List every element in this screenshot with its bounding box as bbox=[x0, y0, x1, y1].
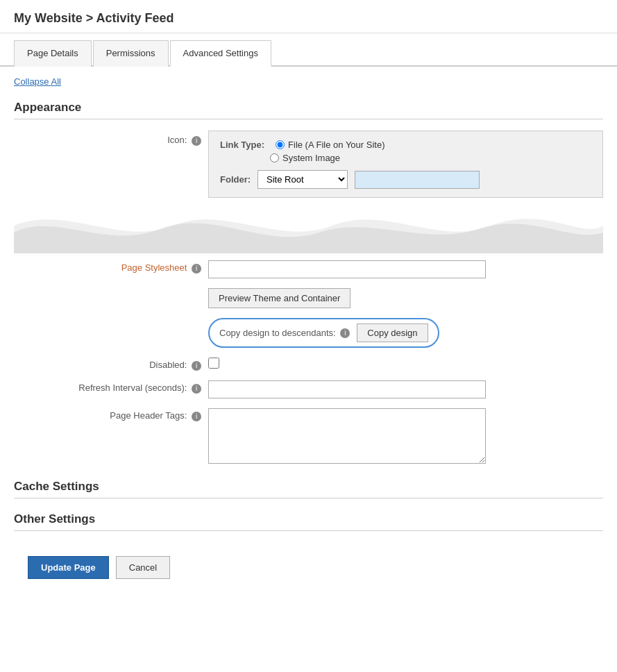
preview-theme-button[interactable]: Preview Theme and Container bbox=[208, 288, 350, 308]
collapse-all-link[interactable]: Collapse All bbox=[14, 76, 61, 87]
tab-page-details[interactable]: Page Details bbox=[14, 40, 92, 67]
header-tags-textarea[interactable] bbox=[208, 408, 486, 464]
tab-permissions[interactable]: Permissions bbox=[93, 40, 169, 67]
link-type-row: Link Type: File (A File on Your Site) bbox=[220, 140, 591, 150]
folder-input-blue[interactable] bbox=[355, 171, 480, 189]
content-area: Collapse All Appearance Icon: i Link Typ… bbox=[0, 67, 617, 603]
other-heading: Other Settings bbox=[14, 512, 603, 531]
update-page-button[interactable]: Update Page bbox=[28, 556, 109, 579]
header-tags-row: Page Header Tags: i bbox=[14, 408, 603, 466]
refresh-interval-input[interactable] bbox=[208, 380, 486, 398]
disabled-info-icon[interactable]: i bbox=[192, 361, 201, 371]
folder-label: Folder: bbox=[220, 174, 251, 185]
radio-system-input[interactable] bbox=[270, 153, 279, 162]
refresh-info-icon[interactable]: i bbox=[192, 384, 201, 394]
copy-design-spacer bbox=[56, 318, 208, 320]
link-type-system-row: System Image bbox=[220, 153, 591, 163]
page-title: My Website > Activity Feed bbox=[14, 11, 174, 25]
tabs-bar: Page Details Permissions Advanced Settin… bbox=[0, 33, 617, 67]
icon-link-area: Icon: i Link Type: File (A File on Your … bbox=[14, 131, 603, 198]
page-stylesheet-row: Page Stylesheet i bbox=[14, 260, 603, 278]
refresh-interval-value bbox=[208, 380, 603, 398]
preview-theme-value: Preview Theme and Container bbox=[208, 288, 603, 308]
disabled-checkbox[interactable] bbox=[208, 358, 219, 369]
link-type-label: Link Type: bbox=[220, 140, 264, 150]
header-tags-label: Page Header Tags: i bbox=[56, 408, 208, 421]
copy-design-value: Copy design to descendants: i Copy desig… bbox=[208, 318, 603, 348]
disabled-label: Disabled: i bbox=[56, 358, 208, 371]
copy-design-button[interactable]: Copy design bbox=[357, 324, 428, 342]
copy-design-info-icon[interactable]: i bbox=[340, 328, 350, 338]
copy-design-row: Copy design to descendants: i Copy desig… bbox=[14, 318, 603, 348]
folder-row: Folder: Site Root bbox=[220, 170, 591, 189]
disabled-value bbox=[208, 358, 603, 371]
stylesheet-info-icon[interactable]: i bbox=[192, 264, 201, 274]
copy-design-label: Copy design to descendants: i bbox=[219, 328, 350, 339]
link-type-box: Link Type: File (A File on Your Site) Sy… bbox=[208, 131, 603, 198]
page-header: My Website > Activity Feed bbox=[0, 0, 617, 33]
wave-decoration bbox=[14, 198, 603, 253]
page-stylesheet-label: Page Stylesheet i bbox=[56, 260, 208, 274]
appearance-heading: Appearance bbox=[14, 101, 603, 119]
icon-info-icon[interactable]: i bbox=[192, 136, 201, 146]
cancel-button[interactable]: Cancel bbox=[116, 556, 170, 579]
refresh-interval-row: Refresh Interval (seconds): i bbox=[14, 380, 603, 398]
radio-file[interactable]: File (A File on Your Site) bbox=[276, 140, 384, 150]
page-stylesheet-value bbox=[208, 260, 603, 278]
radio-system[interactable]: System Image bbox=[270, 153, 340, 163]
cache-section: Cache Settings bbox=[14, 480, 603, 498]
header-tags-info-icon[interactable]: i bbox=[192, 412, 201, 421]
copy-design-highlight: Copy design to descendants: i Copy desig… bbox=[208, 318, 439, 348]
icon-label: Icon: i bbox=[56, 131, 208, 146]
tab-advanced-settings[interactable]: Advanced Settings bbox=[170, 40, 271, 67]
cache-heading: Cache Settings bbox=[14, 480, 603, 498]
other-section: Other Settings bbox=[14, 512, 603, 531]
folder-select[interactable]: Site Root bbox=[257, 170, 348, 189]
disabled-row: Disabled: i bbox=[14, 358, 603, 371]
radio-file-input[interactable] bbox=[276, 140, 285, 149]
preview-theme-row: Preview Theme and Container bbox=[14, 288, 603, 308]
appearance-section: Appearance Icon: i Link Type: File (A Fi… bbox=[14, 101, 603, 466]
header-tags-value bbox=[208, 408, 603, 466]
refresh-interval-label: Refresh Interval (seconds): i bbox=[56, 380, 208, 394]
preview-spacer bbox=[56, 288, 208, 290]
page-stylesheet-input[interactable] bbox=[208, 260, 486, 278]
bottom-buttons: Update Page Cancel bbox=[14, 542, 603, 593]
